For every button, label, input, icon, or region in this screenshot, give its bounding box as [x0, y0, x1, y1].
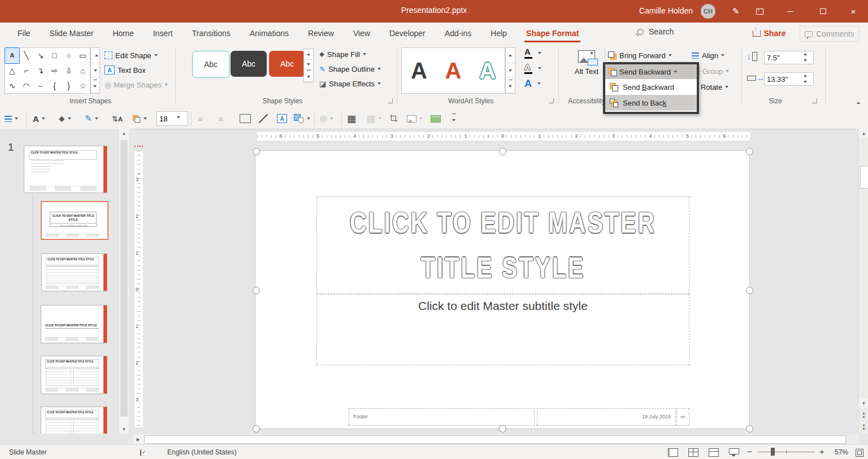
thumbnail-title-and-content-layout[interactable]: CLICK TO EDIT MASTER TITLE STYLE: [41, 253, 107, 291]
arrange-order-button[interactable]: [132, 111, 147, 126]
tab-file[interactable]: File: [8, 23, 40, 44]
minimize-button[interactable]: [783, 5, 797, 18]
outline-color-button[interactable]: ✎: [85, 111, 98, 126]
selection-handle-bottom-center[interactable]: [499, 425, 506, 432]
tab-developer[interactable]: Developer: [380, 23, 435, 44]
rectangle-tool-button[interactable]: [240, 111, 251, 126]
merge-shapes-button[interactable]: ◎ Merge Shapes: [105, 78, 168, 91]
zoom-in-button[interactable]: +: [819, 447, 824, 456]
right-arrow-icon[interactable]: ⇨: [47, 63, 62, 78]
shape-fill-button[interactable]: ⬥ Shape Fill: [319, 47, 366, 61]
selection-handle-middle-right[interactable]: [746, 287, 753, 294]
gallery-more-button[interactable]: [91, 78, 99, 93]
text-box-button[interactable]: A Text Box: [105, 63, 146, 77]
thumbnail-section-header-layout[interactable]: CLICK TO EDIT MASTER TITLE STYLE: [41, 305, 107, 343]
draw-table-button[interactable]: ▦: [347, 111, 356, 126]
shape-style-chip-2[interactable]: Abc: [231, 51, 267, 77]
tab-animations[interactable]: Animations: [240, 23, 298, 44]
right-brace-icon[interactable]: }: [62, 78, 76, 93]
line-icon[interactable]: ╲: [19, 48, 33, 63]
wordart-style-2[interactable]: A: [445, 59, 462, 82]
text-fill-button[interactable]: A: [524, 46, 541, 60]
wordart-down[interactable]: [506, 63, 515, 78]
canvas-vertical-scrollbar[interactable]: ▲ ▼ ▲▲ ▼▼: [858, 129, 868, 434]
slide-sorter-view-button[interactable]: [688, 448, 698, 457]
selection-handle-top-center[interactable]: [499, 148, 506, 155]
tab-transitions[interactable]: Transitions: [183, 23, 240, 44]
thumbnail-two-content-layout[interactable]: CLICK TO EDIT MASTER TITLE STYLE: [41, 356, 107, 394]
tab-review[interactable]: Review: [298, 23, 344, 44]
next-slide-button[interactable]: ▼▼: [859, 422, 868, 432]
shape-styles-dialog-launcher[interactable]: [388, 98, 393, 103]
restore-button[interactable]: [816, 5, 830, 18]
left-brace-icon[interactable]: {: [47, 78, 62, 93]
tab-view[interactable]: View: [344, 23, 380, 44]
shape-styles-up[interactable]: [304, 49, 313, 60]
curve-icon[interactable]: ⌣: [33, 78, 47, 93]
alt-text-button[interactable]: [570, 50, 604, 63]
wordart-style-3[interactable]: A: [479, 59, 496, 82]
font-color-button[interactable]: A: [33, 111, 45, 126]
fit-to-window-button[interactable]: [856, 449, 863, 457]
panel-scrollbar[interactable]: ▲ ▼: [119, 129, 129, 434]
text-outline-button[interactable]: A: [524, 62, 541, 75]
date-placeholder[interactable]: 19 July 2019: [537, 408, 676, 426]
font-size-input[interactable]: [157, 111, 188, 126]
zoom-level[interactable]: 57%: [835, 448, 848, 456]
panel-scroll-down[interactable]: ▼: [119, 425, 129, 434]
indent-more-button[interactable]: ≡: [198, 111, 203, 126]
canvas-scroll-down[interactable]: ▼: [859, 399, 868, 408]
avatar[interactable]: CH: [701, 4, 715, 19]
canvas-horizontal-scrollbar[interactable]: ◀ ▶: [133, 434, 859, 444]
alt-text-label[interactable]: Alt Text: [564, 67, 609, 76]
size-dialog-launcher[interactable]: [812, 98, 817, 103]
tab-shape-format[interactable]: Shape Format: [517, 23, 588, 44]
crop-button[interactable]: [390, 111, 398, 126]
title-placeholder[interactable]: CLICK TO EDIT MASTER TITLE STYLE: [316, 196, 689, 294]
shape-effects-button[interactable]: ◪ Shape Effects: [319, 77, 381, 90]
shape-outline-button[interactable]: ✎ Shape Outline: [319, 62, 381, 76]
canvas-scroll-up[interactable]: ▲: [859, 129, 868, 138]
gallery-scroll-up[interactable]: [91, 48, 99, 63]
shape-styles-more[interactable]: [304, 70, 313, 82]
menu-item-send-backward[interactable]: Send Backward: [605, 79, 697, 95]
slide-number-placeholder[interactable]: ‹#›: [676, 408, 689, 426]
edit-shape-button[interactable]: Edit Shape: [105, 49, 158, 62]
text-box-tool-button[interactable]: A: [277, 111, 287, 126]
align-button[interactable]: Align: [692, 49, 724, 62]
text-effects-button[interactable]: A: [524, 77, 541, 90]
footer-placeholder[interactable]: Footer: [349, 408, 535, 426]
distribute-table-button[interactable]: [431, 111, 441, 126]
panel-scroll-up[interactable]: ▲: [119, 129, 129, 138]
shape-height-spinner[interactable]: [801, 51, 809, 63]
thumbnail-title-slide-layout[interactable]: CLICK TO EDIT MASTER TITLE STYLEClick to…: [41, 201, 108, 240]
wordart-more[interactable]: [506, 78, 515, 93]
down-arrow-icon[interactable]: ⇩: [62, 63, 76, 78]
tab-help[interactable]: Help: [481, 23, 517, 44]
star-icon[interactable]: ☆: [76, 78, 90, 93]
share-button[interactable]: Share: [749, 26, 789, 41]
ribbon-display-options-icon[interactable]: ↑: [753, 5, 766, 18]
rectangle-icon[interactable]: □: [47, 48, 62, 63]
line-tool-button[interactable]: [259, 111, 268, 126]
text-box-icon[interactable]: A: [5, 48, 19, 63]
selection-handle-top-left[interactable]: [253, 148, 260, 155]
tab-home[interactable]: Home: [103, 23, 143, 44]
shape-styles-down[interactable]: [304, 60, 313, 71]
panel-scroll-thumb[interactable]: [120, 140, 128, 417]
indent-less-button[interactable]: ≡: [218, 111, 223, 126]
wordart-up[interactable]: [506, 48, 515, 63]
fill-color-button[interactable]: ⬥: [59, 111, 71, 126]
zoom-slider-thumb[interactable]: [771, 448, 775, 456]
spell-check-icon[interactable]: [140, 448, 141, 456]
search-box[interactable]: Search: [637, 27, 674, 36]
collapse-ribbon-button[interactable]: [857, 98, 860, 107]
merge-shapes-quick-button[interactable]: ◎: [320, 111, 333, 126]
shapes-tool-button[interactable]: [294, 111, 310, 126]
toolbar-more-button[interactable]: [452, 111, 456, 126]
selection-handle-top-right[interactable]: [746, 148, 753, 155]
elbow-connector-icon[interactable]: ⌐: [19, 63, 33, 78]
slide-canvas[interactable]: CLICK TO EDIT MASTER TITLE STYLE Click t…: [255, 151, 749, 429]
view-status-label[interactable]: Slide Master: [9, 448, 47, 456]
menu-item-send-to-back[interactable]: Send to Back: [605, 95, 697, 111]
